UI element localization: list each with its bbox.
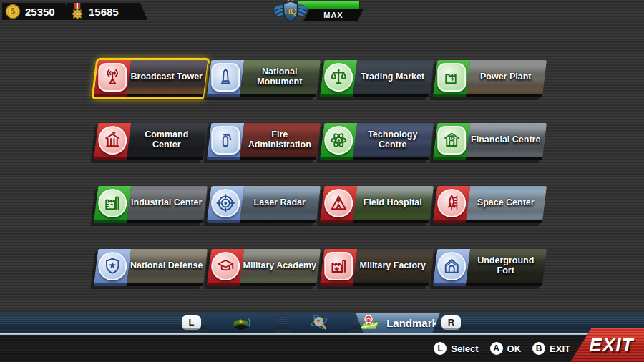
obelisk-monument-icon bbox=[211, 63, 240, 92]
rocket-gantry-icon bbox=[437, 189, 466, 217]
tile-label: Command Center bbox=[127, 123, 205, 157]
tile-label: Power Plant bbox=[467, 60, 545, 94]
landmark-tile-laser-radar[interactable]: Laser Radar bbox=[207, 186, 321, 223]
hq-level-label: MAX bbox=[303, 9, 364, 21]
medal-panel: 15685 bbox=[67, 3, 147, 20]
broadcast-tower-icon bbox=[98, 63, 127, 92]
b-button-icon: B bbox=[532, 342, 545, 355]
tab-army[interactable] bbox=[201, 313, 281, 333]
landmark-tile-fire-administration[interactable]: Fire Administration bbox=[207, 123, 321, 160]
tile-label: Broadcast Tower bbox=[127, 60, 205, 94]
landmark-tile-space-center[interactable]: Space Center bbox=[433, 186, 547, 223]
bottom-hint-bar: LSelectAOKBEXIT bbox=[0, 335, 644, 362]
tile-label: National Defense bbox=[127, 249, 205, 283]
landmark-grid: Broadcast TowerNational MonumentTrading … bbox=[96, 60, 545, 286]
power-bolt-icon bbox=[437, 63, 466, 92]
tile-label: Industrial Center bbox=[127, 186, 205, 220]
officer-cap-icon bbox=[230, 314, 253, 333]
factory-star-icon bbox=[324, 252, 353, 280]
controller-hints: LSelectAOKBEXIT bbox=[434, 335, 570, 362]
landmark-tile-financial-centre[interactable]: $Financial Centre bbox=[433, 123, 547, 160]
landmark-tile-military-factory[interactable]: Military Factory bbox=[320, 249, 434, 286]
svg-text:HQ: HQ bbox=[284, 7, 296, 16]
radar-target-icon bbox=[211, 189, 240, 217]
government-building-icon bbox=[98, 126, 127, 155]
hint-ok: AOK bbox=[490, 342, 522, 355]
search-globe-icon bbox=[309, 314, 332, 333]
coin-panel: $ 25350 bbox=[2, 3, 72, 20]
landmark-tile-field-hospital[interactable]: Field Hospital bbox=[320, 186, 434, 223]
fire-extinguisher-icon bbox=[211, 126, 240, 155]
coin-count: 25350 bbox=[25, 6, 55, 18]
l-shoulder-button[interactable]: L bbox=[182, 315, 201, 330]
landmark-menu-screen: $ 25350 15685 MAX HQ Broadcast TowerNati… bbox=[0, 0, 644, 362]
tile-label: Military Factory bbox=[353, 249, 431, 283]
balance-scales-icon bbox=[324, 63, 353, 92]
tile-label: Trading Market bbox=[353, 60, 431, 94]
bank-dollar-icon: $ bbox=[437, 126, 466, 155]
hint-select: LSelect bbox=[434, 342, 478, 355]
factory-icon bbox=[98, 189, 127, 217]
tile-label: Field Hospital bbox=[353, 186, 431, 220]
tile-label: Technology Centre bbox=[353, 123, 431, 157]
medal-icon bbox=[70, 2, 84, 20]
tile-label: Fire Administration bbox=[240, 123, 318, 157]
tile-label: Laser Radar bbox=[240, 186, 318, 220]
tab-bar: L R Landmark bbox=[0, 313, 644, 333]
hint-label: OK bbox=[507, 343, 522, 354]
landmark-tile-power-plant[interactable]: Power Plant bbox=[433, 60, 547, 97]
svg-text:$: $ bbox=[11, 6, 16, 16]
shield-star-icon bbox=[98, 252, 127, 280]
tab-landmark-label: Landmark bbox=[386, 317, 438, 329]
tile-label: Military Academy bbox=[240, 249, 318, 283]
tile-label: Financial Centre bbox=[467, 123, 545, 157]
svg-text:$: $ bbox=[451, 136, 454, 141]
hint-label: EXIT bbox=[550, 343, 570, 354]
tab-research[interactable] bbox=[284, 313, 357, 333]
hint-label: Select bbox=[451, 343, 478, 354]
landmark-tile-industrial-center[interactable]: Industrial Center bbox=[94, 186, 208, 223]
landmark-map-icon bbox=[358, 314, 382, 333]
coin-icon: $ bbox=[5, 4, 21, 19]
landmark-tile-national-defense[interactable]: National Defense bbox=[94, 249, 208, 286]
landmark-tile-command-center[interactable]: Command Center bbox=[94, 123, 208, 160]
a-button-icon: A bbox=[490, 342, 503, 355]
medical-tent-icon bbox=[324, 189, 353, 217]
exit-button-label: EXIT bbox=[581, 334, 634, 356]
hq-badge-icon: HQ bbox=[273, 0, 308, 24]
r-shoulder-button[interactable]: R bbox=[441, 315, 461, 330]
atom-icon bbox=[324, 126, 353, 155]
hint-exit: BEXIT bbox=[532, 342, 570, 355]
bunker-icon bbox=[437, 252, 466, 280]
l-button-icon: L bbox=[434, 342, 447, 355]
medal-count: 15685 bbox=[89, 6, 119, 18]
landmark-tile-national-monument[interactable]: National Monument bbox=[207, 60, 321, 97]
tile-label: Space Center bbox=[467, 186, 545, 220]
landmark-tile-underground-fort[interactable]: Underground Fort bbox=[433, 249, 547, 286]
landmark-tile-broadcast-tower[interactable]: Broadcast Tower bbox=[94, 60, 208, 97]
landmark-tile-military-academy[interactable]: Military Academy bbox=[207, 249, 321, 286]
landmark-tile-technology-centre[interactable]: Technology Centre bbox=[320, 123, 434, 160]
tile-label: Underground Fort bbox=[467, 249, 545, 283]
landmark-tile-trading-market[interactable]: Trading Market bbox=[320, 60, 434, 97]
tile-label: National Monument bbox=[240, 60, 318, 94]
graduation-cap-icon bbox=[211, 252, 240, 280]
tab-landmark[interactable]: Landmark bbox=[356, 313, 440, 333]
